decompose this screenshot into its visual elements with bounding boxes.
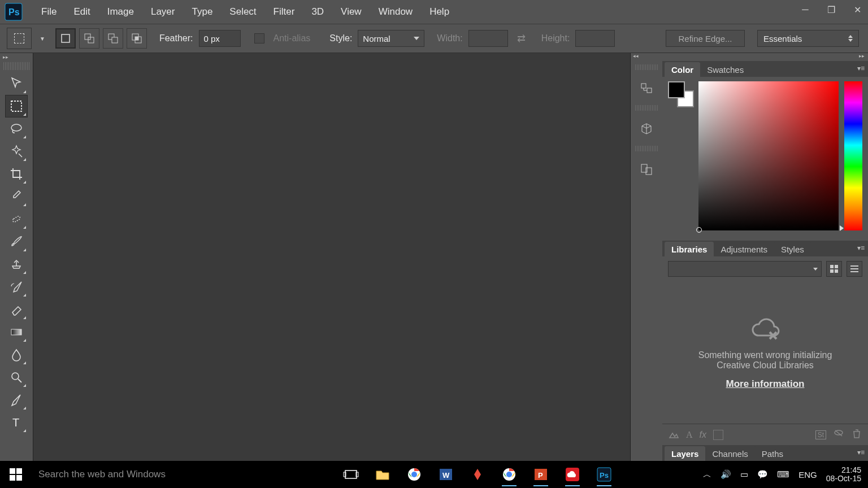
minimize-button[interactable]: ─: [798, 2, 813, 17]
color-panel-tabs: Color Swatches ▾≡: [662, 61, 868, 77]
file-explorer-icon[interactable]: [371, 463, 394, 486]
dock-collapse-toggle[interactable]: ◂◂: [631, 53, 662, 61]
foreground-color[interactable]: [668, 81, 685, 98]
selection-new-button[interactable]: [55, 28, 76, 49]
svg-line-12: [19, 154, 22, 157]
menu-edit[interactable]: Edit: [65, 4, 98, 20]
hue-slider[interactable]: [844, 81, 862, 230]
blur-tool[interactable]: [5, 343, 28, 366]
svg-text:Ps: Ps: [600, 471, 609, 480]
maximize-button[interactable]: ❐: [824, 2, 839, 17]
selection-subtract-button[interactable]: [103, 28, 123, 49]
gradient-tool[interactable]: [5, 321, 28, 343]
start-button[interactable]: [0, 461, 32, 488]
tab-channels[interactable]: Channels: [705, 446, 754, 461]
pen-tool[interactable]: [5, 389, 28, 411]
toolbox-grip[interactable]: [3, 62, 29, 70]
fg-bg-swatch[interactable]: [668, 81, 693, 236]
clock[interactable]: 21:45 08-Oct-15: [826, 466, 861, 483]
menu-view[interactable]: View: [332, 4, 370, 20]
battery-icon[interactable]: ▭: [740, 469, 748, 480]
dock-grip[interactable]: [635, 105, 658, 111]
dock-grip[interactable]: [635, 146, 658, 151]
tab-styles[interactable]: Styles: [774, 242, 811, 256]
menu-3d[interactable]: 3D: [303, 4, 332, 20]
zoom-tool[interactable]: [5, 366, 28, 389]
action-center-icon[interactable]: 💬: [757, 469, 768, 480]
tab-adjustments[interactable]: Adjustments: [714, 242, 774, 256]
language-indicator[interactable]: ENG: [798, 470, 817, 480]
heal-tool[interactable]: [5, 208, 28, 230]
move-tool[interactable]: [5, 72, 28, 95]
panel-menu-icon[interactable]: ▾≡: [857, 448, 865, 456]
feather-input[interactable]: [199, 30, 241, 47]
tab-libraries[interactable]: Libraries: [665, 242, 714, 256]
tab-layers[interactable]: Layers: [665, 446, 705, 461]
selection-add-button[interactable]: [79, 28, 99, 49]
keyboard-icon[interactable]: ⌨: [777, 469, 789, 480]
clone-tool[interactable]: [5, 253, 28, 276]
menu-help[interactable]: Help: [421, 4, 458, 20]
menu-select[interactable]: Select: [221, 4, 264, 20]
menu-type[interactable]: Type: [183, 4, 221, 20]
search-input[interactable]: Search the web and Windows: [32, 461, 252, 488]
svg-point-41: [411, 472, 417, 477]
refine-edge-button[interactable]: Refine Edge...: [666, 30, 745, 47]
dock-grip[interactable]: [635, 64, 658, 70]
powerpoint-icon[interactable]: P: [529, 463, 553, 486]
panels-collapse-toggle[interactable]: ▸▸: [662, 53, 868, 61]
history-panel-icon[interactable]: [635, 75, 658, 102]
crop-tool[interactable]: [5, 163, 28, 185]
rect-marquee-tool[interactable]: [5, 95, 28, 117]
tab-swatches[interactable]: Swatches: [700, 62, 750, 77]
panel-menu-icon[interactable]: ▾≡: [857, 64, 865, 72]
workspace-select[interactable]: Essentials: [757, 30, 859, 47]
properties-panel-icon[interactable]: [635, 156, 658, 183]
brush-tool[interactable]: [5, 230, 28, 253]
menu-image[interactable]: Image: [99, 4, 142, 20]
tab-paths[interactable]: Paths: [755, 446, 790, 461]
toolbox-expand[interactable]: ▸▸: [0, 53, 10, 61]
lasso-tool[interactable]: [5, 117, 28, 140]
svg-rect-3: [85, 34, 90, 40]
saturation-value-field[interactable]: [698, 81, 839, 230]
chrome-icon[interactable]: [402, 463, 426, 486]
more-information-link[interactable]: More information: [726, 378, 805, 390]
list-view-icon[interactable]: [847, 261, 862, 277]
options-bar: ▼ Feather: Anti-alias Style: Normal Widt…: [0, 24, 868, 53]
selection-intersect-button[interactable]: [127, 28, 147, 49]
panel-menu-icon[interactable]: ▾≡: [857, 244, 865, 252]
task-view-icon[interactable]: [339, 463, 363, 486]
volume-icon[interactable]: 🔊: [721, 469, 731, 480]
svg-line-16: [18, 379, 21, 382]
chrome-icon-2[interactable]: [497, 463, 521, 486]
menu-layer[interactable]: Layer: [142, 4, 184, 20]
tray-chevron-icon[interactable]: ︿: [703, 469, 711, 480]
word-icon[interactable]: W: [434, 463, 458, 486]
tab-color[interactable]: Color: [665, 62, 700, 77]
antialias-checkbox: [254, 33, 264, 43]
swap-icon: ⇄: [517, 32, 526, 45]
3d-panel-icon[interactable]: [635, 115, 658, 142]
trash-icon: [851, 428, 862, 442]
close-button[interactable]: ✕: [850, 2, 865, 17]
eyedropper-tool[interactable]: [5, 185, 28, 208]
library-picker[interactable]: [668, 261, 822, 277]
svg-text:T: T: [12, 416, 19, 429]
menu-file[interactable]: File: [33, 4, 65, 20]
app-icon[interactable]: [466, 463, 489, 486]
menu-window[interactable]: Window: [370, 4, 421, 20]
grid-view-icon[interactable]: [826, 261, 842, 277]
history-brush-tool[interactable]: [5, 276, 28, 298]
eraser-tool[interactable]: [5, 298, 28, 321]
photoshop-taskbar-icon[interactable]: Ps: [592, 463, 616, 486]
style-select[interactable]: Normal: [358, 30, 424, 47]
tool-preset-picker[interactable]: [7, 28, 32, 49]
type-tool[interactable]: T: [5, 411, 28, 434]
menu-filter[interactable]: Filter: [265, 4, 303, 20]
magic-wand-tool[interactable]: [5, 140, 28, 163]
chevron-down-icon[interactable]: ▼: [40, 36, 45, 42]
svg-rect-10: [11, 101, 21, 111]
svg-rect-14: [11, 329, 21, 335]
creative-cloud-icon[interactable]: [561, 463, 584, 486]
